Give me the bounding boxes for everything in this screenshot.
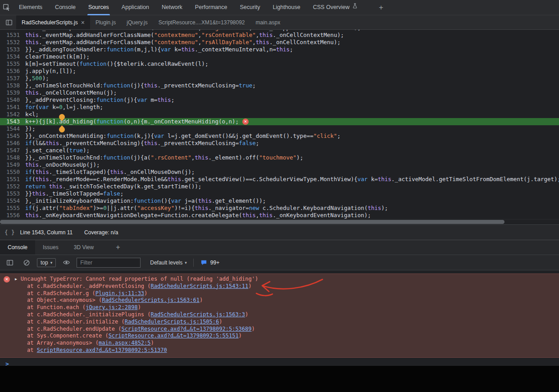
main-tab-css-overview[interactable]: CSS Overview	[307, 0, 364, 15]
line-number[interactable]: 1532	[0, 39, 25, 46]
line-number[interactable]: 1541	[0, 104, 25, 111]
code-line-1542[interactable]: 1542k<l;	[0, 111, 559, 118]
code-line-1540[interactable]: 1540},_addPreventClosing:function(j){var…	[0, 96, 559, 104]
code-editor[interactable]: 1530this._eventMap.addHandlerForClassNam…	[0, 30, 559, 219]
main-tab-elements[interactable]: Elements	[13, 0, 49, 15]
more-tabs-button[interactable]: +	[373, 3, 390, 12]
default-levels-dropdown[interactable]: Default levels ▾	[150, 260, 187, 266]
line-number[interactable]: 1550	[0, 169, 25, 176]
file-tab-plugin-js[interactable]: Plugin.js	[90, 15, 121, 29]
expand-triangle-icon[interactable]: ▶	[15, 276, 17, 283]
line-number[interactable]: 1549	[0, 161, 25, 169]
javascript-context-selector[interactable]: top ▾	[37, 258, 56, 267]
line-number[interactable]: 1554	[0, 197, 25, 205]
code-line-1536[interactable]: 1536j.apply(n,[l]);	[0, 68, 559, 75]
scrollbar-thumb[interactable]	[0, 220, 504, 224]
code-line-1553[interactable]: 1553}}this._timeSlotTapped=false;	[0, 190, 559, 197]
line-number[interactable]: 1538	[0, 82, 25, 89]
toggle-navigator-icon[interactable]	[3, 16, 15, 29]
code-line-1546[interactable]: 1546if(l&&this._preventCtxMenuClosing){t…	[0, 140, 559, 147]
line-number[interactable]: 1542	[0, 111, 25, 118]
error-summary-row[interactable]: ✕ ▶ Uncaught TypeError: Cannot read prop…	[4, 276, 555, 283]
source-location-link[interactable]: ScriptResource.axd?d…&t=13798092:5:51370	[37, 347, 167, 353]
line-number[interactable]: 1533	[0, 46, 25, 53]
source-location-link[interactable]: RadSchedulerScripts.js:1543:11	[151, 283, 249, 289]
code-line-1550[interactable]: 1550if(this._timeSlotTapped){this._onCel…	[0, 169, 559, 176]
source-location-link[interactable]: RadSchedulerScripts.js:1563:3	[151, 311, 245, 318]
code-line-1532[interactable]: 1532this._eventMap.addHandlerForClassNam…	[0, 39, 559, 46]
drawer-tab-console[interactable]: Console	[0, 240, 35, 255]
main-tab-performance[interactable]: Performance	[189, 0, 234, 15]
drawer-tab-3d-view[interactable]: 3D View	[66, 240, 101, 255]
horizontal-scrollbar[interactable]	[0, 219, 559, 224]
code-line-1555[interactable]: 1555if(j.attr("tabIndex")>=0||j.attr("ac…	[0, 205, 559, 212]
source-location-link[interactable]: ScriptResource.axd?d…&t=13798092:5:53689	[122, 326, 252, 332]
line-number[interactable]: 1547	[0, 147, 25, 154]
code-line-1531[interactable]: 1531this._eventMap.addHandlerForClassNam…	[0, 32, 559, 39]
code-line-1547[interactable]: 1547j.set_cancel(true);	[0, 147, 559, 154]
line-number[interactable]: 1537	[0, 75, 25, 82]
code-line-1545[interactable]: 1545}},_onContextMenuHiding:function(k,j…	[0, 132, 559, 140]
code-line-1541[interactable]: 1541for(var k=0,l=j.length;	[0, 104, 559, 111]
source-location-link[interactable]: main.aspx:4852:5	[99, 340, 151, 346]
main-tab-network[interactable]: Network	[155, 0, 189, 15]
clear-console-icon[interactable]	[20, 256, 33, 269]
code-line-1543[interactable]: 1543k++){j[k].add_hiding(function(o,n){m…	[0, 118, 559, 125]
console-prompt[interactable]: >	[0, 358, 559, 367]
line-error-icon[interactable]: ✕	[242, 119, 249, 125]
source-location-link[interactable]: RadSchedulerScripts.js:1505:6	[125, 319, 219, 325]
source-location-link[interactable]: RadSchedulerScripts.js:1563:61	[102, 297, 200, 303]
code-line-1537[interactable]: 1537},500);	[0, 75, 559, 82]
code-line-1554[interactable]: 1554},_initializeKeyboardNavigation:func…	[0, 197, 559, 205]
close-tab-icon[interactable]: ×	[81, 19, 85, 26]
line-number[interactable]: 1535	[0, 60, 25, 68]
main-tab-lighthouse[interactable]: Lighthouse	[267, 0, 307, 15]
main-tab-security[interactable]: Security	[233, 0, 266, 15]
line-number[interactable]: 1553	[0, 190, 25, 197]
inspect-element-icon[interactable]	[0, 1, 13, 14]
file-tab-main-aspx[interactable]: main.aspx	[250, 15, 286, 29]
source-location-link[interactable]: ScriptResource.axd?d…&t=13798092:5:55151	[109, 333, 239, 339]
code-line-1548[interactable]: 1548}},_onTimeSlotTouchEnd:function(j){a…	[0, 154, 559, 161]
line-number[interactable]: 1534	[0, 53, 25, 60]
line-number[interactable]: 1551	[0, 176, 25, 183]
live-expression-eye-icon[interactable]	[60, 256, 73, 269]
main-tab-console[interactable]: Console	[49, 0, 82, 15]
line-number[interactable]: 1555	[0, 205, 25, 212]
line-number[interactable]: 1540	[0, 96, 25, 104]
code-line-1538[interactable]: 1538},_onTimeSlotTouchHold:function(j){t…	[0, 82, 559, 89]
code-line-1539[interactable]: 1539this._onCellContextMenu(j);	[0, 89, 559, 96]
code-line-1535[interactable]: 1535k[m]=setTimeout(function(){$telerik.…	[0, 60, 559, 68]
add-drawer-tab-button[interactable]: +	[109, 240, 127, 255]
code-line-1552[interactable]: 1552return this._switchToSelectedDay(k.g…	[0, 183, 559, 190]
code-line-1551[interactable]: 1551if(this._renderMode==c.RenderMode.Mo…	[0, 176, 559, 183]
file-tab-jquery-js[interactable]: jQuery.js	[121, 15, 153, 29]
line-number[interactable]: 1552	[0, 183, 25, 190]
line-number[interactable]: 1548	[0, 154, 25, 161]
code-line-1534[interactable]: 1534clearTimeout(k[m]);	[0, 53, 559, 60]
file-tab-bar: RadSchedulerScripts.js×Plugin.jsjQuery.j…	[0, 15, 559, 30]
code-line-1549[interactable]: 1549this._onDocMouseUp(j);	[0, 161, 559, 169]
main-tab-application[interactable]: Application	[115, 0, 155, 15]
line-number[interactable]: 1539	[0, 89, 25, 96]
line-number[interactable]: 1543	[0, 118, 25, 125]
line-number[interactable]: 1531	[0, 32, 25, 39]
pretty-print-icon[interactable]: { }	[5, 229, 15, 236]
console-filter-input[interactable]	[77, 258, 141, 268]
file-tab-scriptresource-xm1-t-13798092[interactable]: ScriptResource....XM1&t=13798092	[153, 15, 250, 29]
file-tab-radschedulerscripts-js[interactable]: RadSchedulerScripts.js×	[16, 15, 90, 29]
drawer-tab-issues[interactable]: Issues	[35, 240, 66, 255]
line-number[interactable]: 1556	[0, 212, 25, 219]
line-number[interactable]: 1545	[0, 132, 25, 140]
source-location-link[interactable]: Plugin.js:11:33	[95, 290, 144, 296]
issues-counter[interactable]: 99+	[200, 256, 219, 269]
line-number[interactable]: 1544	[0, 125, 25, 132]
main-tab-sources[interactable]: Sources	[82, 0, 115, 15]
line-number[interactable]: 1546	[0, 140, 25, 147]
console-sidebar-icon[interactable]	[4, 256, 16, 269]
code-line-1556[interactable]: 1556this._onKeyboardEventNavigationDeleg…	[0, 212, 559, 219]
source-location-link[interactable]: jQuery.js:2:2898	[86, 304, 138, 310]
code-line-1544[interactable]: 1544});	[0, 125, 559, 132]
line-number[interactable]: 1536	[0, 68, 25, 75]
code-line-1533[interactable]: 1533}},_addLongTouchHandler:function(m,j…	[0, 46, 559, 53]
